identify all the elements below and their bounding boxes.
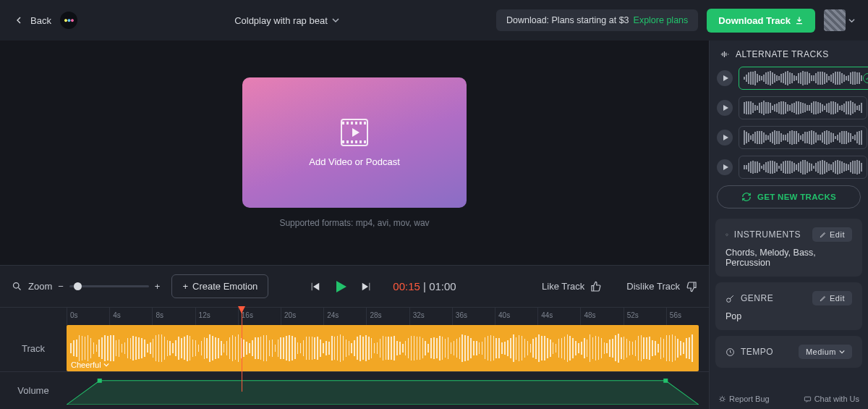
zoom-label: Zoom xyxy=(28,281,52,292)
ruler-tick: 36s xyxy=(452,308,495,325)
chevron-down-icon xyxy=(839,349,845,355)
download-label: Download Track xyxy=(718,15,791,26)
film-icon xyxy=(341,119,368,146)
create-emotion-label: Create Emotion xyxy=(192,281,258,292)
ruler-tick: 12s xyxy=(195,308,238,325)
plus-icon: + xyxy=(182,281,188,292)
alt-track-play[interactable] xyxy=(717,130,733,146)
ruler-tick: 4s xyxy=(109,308,152,325)
track-row-label: Track xyxy=(0,325,67,371)
alt-track-2[interactable] xyxy=(739,96,867,119)
alt-track-1[interactable]: ✓ xyxy=(739,67,868,90)
supported-formats: Supported formats: mp4, avi, mov, wav xyxy=(279,218,429,228)
check-icon: ✓ xyxy=(863,73,868,83)
alt-track-play[interactable] xyxy=(717,159,733,175)
user-menu[interactable] xyxy=(824,9,855,31)
zoom-slider[interactable] xyxy=(69,285,149,287)
refresh-icon xyxy=(741,192,752,202)
edit-instruments-button[interactable]: Edit xyxy=(812,227,852,242)
time-current: 00:15 xyxy=(393,280,420,292)
timecode: 00:15 | 01:00 xyxy=(393,280,456,292)
volume-row-label: Volume xyxy=(0,372,67,409)
promo-text: Download: Plans starting at $3 xyxy=(506,15,629,25)
chat-link[interactable]: Chat with Us xyxy=(804,395,859,403)
instruments-heading: INSTRUMENTS xyxy=(734,229,801,240)
edit-genre-button[interactable]: Edit xyxy=(812,291,852,305)
ruler-tick: 0s xyxy=(67,308,109,325)
ruler-tick: 44s xyxy=(537,308,580,325)
app-logo: ●●● xyxy=(60,12,77,29)
media-stage: Add Video or Podcast Supported formats: … xyxy=(0,41,709,265)
download-icon xyxy=(795,16,804,25)
arrow-left-icon xyxy=(13,14,25,26)
instruments-value: Chords, Melody, Bass, Percussion xyxy=(726,248,852,268)
guitar-icon xyxy=(726,294,735,303)
thumbs-down-icon xyxy=(686,281,697,292)
chevron-down-icon xyxy=(103,362,109,368)
explore-plans-link[interactable]: Explore plans xyxy=(634,15,689,25)
project-title-dropdown[interactable]: Coldplay with rap beat xyxy=(86,15,488,26)
genre-value: Pop xyxy=(726,311,852,321)
genre-heading: GENRE xyxy=(741,293,773,303)
ruler-tick: 48s xyxy=(580,308,623,325)
report-bug-link[interactable]: Report Bug xyxy=(718,395,770,403)
time-total: 01:00 xyxy=(429,280,456,292)
instruments-icon xyxy=(726,230,728,240)
svg-rect-2 xyxy=(98,379,102,383)
ruler-tick: 20s xyxy=(281,308,323,325)
project-title: Coldplay with rap beat xyxy=(234,15,328,26)
emotion-tag[interactable]: Cheerful xyxy=(71,360,109,369)
pencil-icon xyxy=(820,295,827,302)
alt-track-play[interactable] xyxy=(717,100,733,116)
alt-track-3[interactable] xyxy=(739,126,867,149)
next-button[interactable] xyxy=(359,280,373,293)
search-icon xyxy=(12,281,22,292)
ruler-tick: 24s xyxy=(323,308,366,325)
promo-banner: Download: Plans starting at $3 Explore p… xyxy=(496,9,698,31)
ruler-tick: 40s xyxy=(495,308,537,325)
alt-track-4[interactable] xyxy=(739,156,867,179)
waveform-icon xyxy=(720,49,730,59)
ruler-tick: 28s xyxy=(366,308,409,325)
volume-envelope[interactable] xyxy=(67,376,699,405)
chevron-down-icon xyxy=(848,17,855,24)
prev-button[interactable] xyxy=(309,280,322,293)
ruler-tick: 56s xyxy=(666,308,709,325)
thumbs-up-icon xyxy=(590,281,602,292)
back-button[interactable]: Back xyxy=(13,14,51,26)
download-track-button[interactable]: Download Track xyxy=(707,9,815,33)
get-new-label: GET NEW TRACKS xyxy=(757,193,836,201)
svg-marker-1 xyxy=(67,381,699,405)
back-label: Back xyxy=(30,15,51,26)
chevron-down-icon xyxy=(332,17,339,24)
ruler-tick: 8s xyxy=(152,308,195,325)
ruler-tick: 32s xyxy=(409,308,452,325)
audio-clip[interactable]: Cheerful xyxy=(67,325,699,371)
svg-point-0 xyxy=(14,283,20,289)
chat-icon xyxy=(804,395,812,403)
zoom-in[interactable]: + xyxy=(155,281,161,292)
svg-point-6 xyxy=(720,397,724,401)
time-ruler[interactable]: 0s4s8s12s16s20s24s28s32s36s40s44s48s52s5… xyxy=(67,308,709,325)
tempo-value: Medium xyxy=(806,347,836,356)
like-label: Like Track xyxy=(542,281,584,292)
svg-rect-3 xyxy=(663,379,668,383)
pencil-icon xyxy=(820,231,827,238)
emotion-label: Cheerful xyxy=(71,360,101,369)
tempo-selector[interactable]: Medium xyxy=(799,345,852,359)
get-new-tracks-button[interactable]: GET NEW TRACKS xyxy=(717,185,861,208)
svg-rect-7 xyxy=(804,397,810,401)
clock-icon xyxy=(726,347,735,357)
drop-label: Add Video or Podcast xyxy=(309,156,400,167)
add-media-dropzone[interactable]: Add Video or Podcast xyxy=(242,77,467,208)
alt-track-play[interactable] xyxy=(717,70,733,86)
play-button[interactable] xyxy=(332,278,349,295)
alternate-tracks-heading: ALTERNATE TRACKS xyxy=(717,49,861,59)
like-track-button[interactable]: Like Track xyxy=(542,281,602,292)
zoom-out[interactable]: − xyxy=(58,281,64,292)
tempo-heading: TEMPO xyxy=(741,347,773,357)
create-emotion-button[interactable]: + Create Emotion xyxy=(171,274,268,298)
dislike-track-button[interactable]: Dislike Track xyxy=(626,281,697,292)
playhead[interactable] xyxy=(242,308,242,392)
avatar xyxy=(824,9,846,31)
